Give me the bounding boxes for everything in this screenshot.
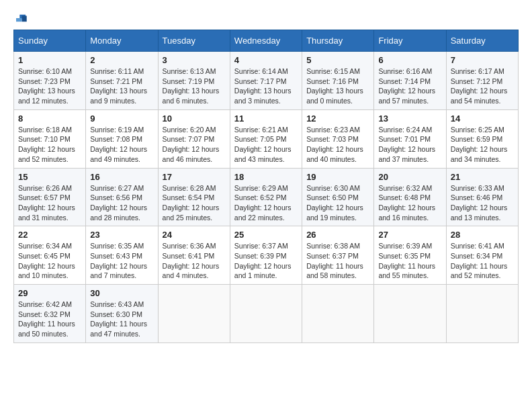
day-cell: 17 Sunrise: 6:28 AM Sunset: 6:54 PM Dayl…: [158, 168, 230, 226]
logo: [13, 13, 27, 23]
day-cell: 29 Sunrise: 6:42 AM Sunset: 6:32 PM Dayl…: [14, 285, 86, 343]
week-row-3: 15 Sunrise: 6:26 AM Sunset: 6:57 PM Dayl…: [14, 168, 519, 226]
header-wednesday: Wednesday: [230, 30, 302, 52]
day-info: Sunrise: 6:13 AM Sunset: 7:19 PM Dayligh…: [163, 66, 226, 106]
header-thursday: Thursday: [302, 30, 374, 52]
day-cell: 5 Sunrise: 6:15 AM Sunset: 7:16 PM Dayli…: [302, 52, 374, 110]
day-cell: 22 Sunrise: 6:34 AM Sunset: 6:45 PM Dayl…: [14, 226, 86, 285]
day-info: Sunrise: 6:11 AM Sunset: 7:21 PM Dayligh…: [90, 66, 153, 106]
week-row-5: 29 Sunrise: 6:42 AM Sunset: 6:32 PM Dayl…: [14, 285, 519, 343]
calendar-body: 1 Sunrise: 6:10 AM Sunset: 7:23 PM Dayli…: [14, 52, 519, 343]
day-number: 9: [90, 113, 153, 124]
day-number: 7: [451, 55, 514, 65]
day-number: 1: [18, 55, 81, 65]
day-cell: 9 Sunrise: 6:19 AM Sunset: 7:08 PM Dayli…: [86, 109, 158, 168]
day-number: 15: [18, 172, 81, 182]
day-info: Sunrise: 6:43 AM Sunset: 6:30 PM Dayligh…: [90, 300, 153, 339]
calendar-header: Sunday Monday Tuesday Wednesday Thursday…: [14, 30, 519, 52]
day-cell: 11 Sunrise: 6:21 AM Sunset: 7:05 PM Dayl…: [230, 109, 302, 168]
day-info: Sunrise: 6:34 AM Sunset: 6:45 PM Dayligh…: [18, 241, 81, 281]
day-cell: 15 Sunrise: 6:26 AM Sunset: 6:57 PM Dayl…: [14, 168, 86, 226]
day-cell: 25 Sunrise: 6:37 AM Sunset: 6:39 PM Dayl…: [230, 226, 302, 285]
day-info: Sunrise: 6:41 AM Sunset: 6:34 PM Dayligh…: [451, 241, 514, 281]
day-number: 29: [18, 288, 81, 298]
day-info: Sunrise: 6:18 AM Sunset: 7:10 PM Dayligh…: [18, 125, 81, 165]
page-header: [13, 13, 519, 23]
day-cell: 13 Sunrise: 6:24 AM Sunset: 7:01 PM Dayl…: [374, 109, 446, 168]
logo-icon: [15, 13, 27, 23]
day-number: 14: [451, 113, 514, 124]
svg-marker-2: [22, 16, 27, 22]
day-number: 19: [306, 172, 369, 182]
day-info: Sunrise: 6:35 AM Sunset: 6:43 PM Dayligh…: [90, 241, 153, 281]
header-friday: Friday: [374, 30, 446, 52]
day-cell: 30 Sunrise: 6:43 AM Sunset: 6:30 PM Dayl…: [86, 285, 158, 343]
day-number: 5: [306, 55, 369, 65]
day-number: 20: [378, 172, 441, 182]
day-cell: 20 Sunrise: 6:32 AM Sunset: 6:48 PM Dayl…: [374, 168, 446, 226]
day-info: Sunrise: 6:27 AM Sunset: 6:56 PM Dayligh…: [90, 183, 153, 223]
day-info: Sunrise: 6:20 AM Sunset: 7:07 PM Dayligh…: [163, 125, 226, 165]
day-info: Sunrise: 6:10 AM Sunset: 7:23 PM Dayligh…: [18, 66, 81, 106]
header-sunday: Sunday: [14, 30, 86, 52]
day-cell: 3 Sunrise: 6:13 AM Sunset: 7:19 PM Dayli…: [158, 52, 230, 110]
day-info: Sunrise: 6:30 AM Sunset: 6:50 PM Dayligh…: [306, 183, 369, 223]
day-info: Sunrise: 6:19 AM Sunset: 7:08 PM Dayligh…: [90, 125, 153, 165]
day-number: 8: [18, 113, 81, 124]
week-row-1: 1 Sunrise: 6:10 AM Sunset: 7:23 PM Dayli…: [14, 52, 519, 110]
day-info: Sunrise: 6:24 AM Sunset: 7:01 PM Dayligh…: [378, 125, 441, 165]
day-number: 16: [90, 172, 153, 182]
day-info: Sunrise: 6:23 AM Sunset: 7:03 PM Dayligh…: [306, 125, 369, 165]
day-number: 17: [163, 172, 226, 182]
day-number: 30: [90, 288, 153, 298]
day-cell: 6 Sunrise: 6:16 AM Sunset: 7:14 PM Dayli…: [374, 52, 446, 110]
day-cell: 16 Sunrise: 6:27 AM Sunset: 6:56 PM Dayl…: [86, 168, 158, 226]
day-info: Sunrise: 6:37 AM Sunset: 6:39 PM Dayligh…: [234, 241, 298, 281]
day-cell: 21 Sunrise: 6:33 AM Sunset: 6:46 PM Dayl…: [446, 168, 518, 226]
week-row-4: 22 Sunrise: 6:34 AM Sunset: 6:45 PM Dayl…: [14, 226, 519, 285]
day-number: 28: [451, 230, 514, 240]
day-number: 2: [90, 55, 153, 65]
week-row-2: 8 Sunrise: 6:18 AM Sunset: 7:10 PM Dayli…: [14, 109, 519, 168]
day-number: 11: [234, 113, 298, 124]
day-number: 12: [306, 113, 369, 124]
day-info: Sunrise: 6:14 AM Sunset: 7:17 PM Dayligh…: [234, 66, 298, 106]
header-row: Sunday Monday Tuesday Wednesday Thursday…: [14, 30, 519, 52]
day-cell: 19 Sunrise: 6:30 AM Sunset: 6:50 PM Dayl…: [302, 168, 374, 226]
day-info: Sunrise: 6:25 AM Sunset: 6:59 PM Dayligh…: [451, 125, 514, 165]
day-cell: 27 Sunrise: 6:39 AM Sunset: 6:35 PM Dayl…: [374, 226, 446, 285]
day-info: Sunrise: 6:16 AM Sunset: 7:14 PM Dayligh…: [378, 66, 441, 106]
day-cell: [446, 285, 518, 343]
day-info: Sunrise: 6:29 AM Sunset: 6:52 PM Dayligh…: [234, 183, 298, 223]
day-number: 6: [378, 55, 441, 65]
day-cell: 26 Sunrise: 6:38 AM Sunset: 6:37 PM Dayl…: [302, 226, 374, 285]
day-cell: [374, 285, 446, 343]
day-cell: 18 Sunrise: 6:29 AM Sunset: 6:52 PM Dayl…: [230, 168, 302, 226]
day-cell: 10 Sunrise: 6:20 AM Sunset: 7:07 PM Dayl…: [158, 109, 230, 168]
day-info: Sunrise: 6:33 AM Sunset: 6:46 PM Dayligh…: [451, 183, 514, 223]
day-cell: 7 Sunrise: 6:17 AM Sunset: 7:12 PM Dayli…: [446, 52, 518, 110]
day-cell: [158, 285, 230, 343]
day-number: 13: [378, 113, 441, 124]
day-cell: [302, 285, 374, 343]
day-cell: 28 Sunrise: 6:41 AM Sunset: 6:34 PM Dayl…: [446, 226, 518, 285]
day-number: 22: [18, 230, 81, 240]
day-cell: 14 Sunrise: 6:25 AM Sunset: 6:59 PM Dayl…: [446, 109, 518, 168]
day-cell: 24 Sunrise: 6:36 AM Sunset: 6:41 PM Dayl…: [158, 226, 230, 285]
header-saturday: Saturday: [446, 30, 518, 52]
day-number: 24: [163, 230, 226, 240]
day-cell: 2 Sunrise: 6:11 AM Sunset: 7:21 PM Dayli…: [86, 52, 158, 110]
calendar-table: Sunday Monday Tuesday Wednesday Thursday…: [13, 30, 519, 343]
day-number: 26: [306, 230, 369, 240]
svg-marker-1: [16, 18, 22, 21]
day-info: Sunrise: 6:32 AM Sunset: 6:48 PM Dayligh…: [378, 183, 441, 223]
day-info: Sunrise: 6:26 AM Sunset: 6:57 PM Dayligh…: [18, 183, 81, 223]
day-cell: [230, 285, 302, 343]
day-cell: 1 Sunrise: 6:10 AM Sunset: 7:23 PM Dayli…: [14, 52, 86, 110]
day-number: 23: [90, 230, 153, 240]
day-info: Sunrise: 6:39 AM Sunset: 6:35 PM Dayligh…: [378, 241, 441, 281]
day-number: 25: [234, 230, 298, 240]
day-info: Sunrise: 6:36 AM Sunset: 6:41 PM Dayligh…: [163, 241, 226, 281]
day-number: 10: [163, 113, 226, 124]
header-tuesday: Tuesday: [158, 30, 230, 52]
